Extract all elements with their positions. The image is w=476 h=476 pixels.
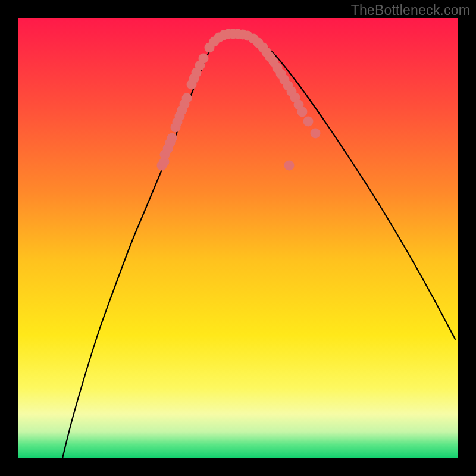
data-dot — [303, 117, 314, 127]
data-dot — [167, 133, 177, 143]
plot-area — [18, 18, 458, 458]
data-dot — [311, 129, 321, 139]
bottleneck-curve — [62, 34, 455, 458]
data-dot — [298, 107, 308, 117]
curve-layer — [18, 18, 458, 458]
watermark-text: TheBottleneck.com — [351, 2, 470, 18]
data-dots — [157, 29, 321, 171]
data-dot — [284, 161, 295, 171]
data-dot — [182, 93, 192, 104]
data-dot — [199, 54, 209, 64]
chart-frame: TheBottleneck.com — [0, 0, 476, 476]
